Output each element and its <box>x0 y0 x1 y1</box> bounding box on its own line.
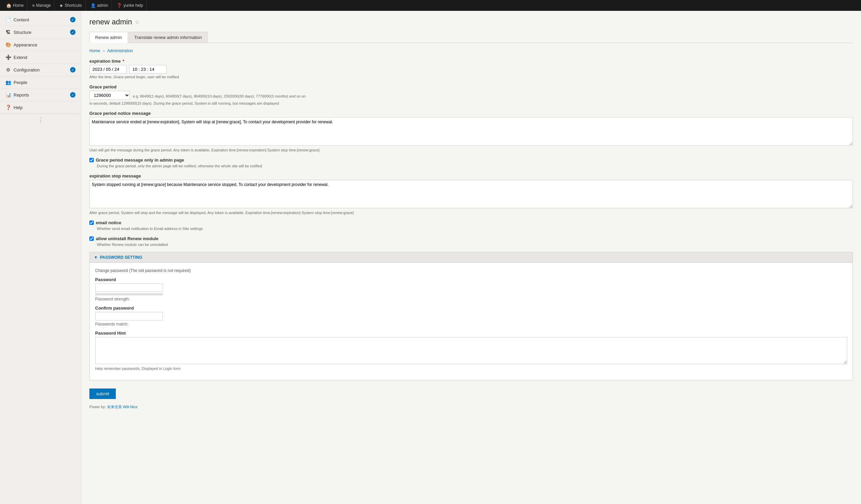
content-badge: ✓ <box>70 17 76 22</box>
expiration-stop-textarea[interactable]: System stopped running at [renew:grace] … <box>90 180 853 208</box>
password-strength-bar <box>95 293 163 295</box>
expiration-date-input[interactable] <box>90 65 127 73</box>
confirm-password-input[interactable] <box>95 312 163 321</box>
footer-link-1[interactable]: 未来佳美 <box>107 405 122 409</box>
allow-uninstall-label[interactable]: allow uninstall Renew module <box>96 236 159 241</box>
password-hint-label: Password Hint <box>95 330 847 336</box>
nav-home[interactable]: 🏠 Home <box>3 0 27 11</box>
nav-admin[interactable]: 👤 admin <box>87 0 112 11</box>
grace-period-desc: in seconds, default 1296000(15 days). Du… <box>90 101 853 105</box>
date-time-row <box>90 65 853 73</box>
page-title: renew admin <box>90 18 132 26</box>
nav-manage[interactable]: ≡ Manage <box>29 0 55 11</box>
grace-period-section: Grace period 1296000 86400 604800 864000… <box>90 84 853 105</box>
password-section-triangle-icon: ▼ <box>94 255 98 260</box>
sidebar-item-reports[interactable]: 📊 Reports ✓ <box>0 89 81 101</box>
email-notice-checkbox[interactable] <box>90 220 94 225</box>
grace-notice-label: Grace period notice message <box>90 111 853 116</box>
expiration-time-input[interactable] <box>129 65 167 73</box>
grace-notice-textarea[interactable]: Maintenance service ended at [renew:expi… <box>90 117 853 146</box>
email-notice-desc: Whether send email notification to Email… <box>97 227 853 231</box>
sidebar-label-appearance: Appearance <box>14 42 37 47</box>
password-input[interactable] <box>95 284 163 292</box>
grace-admin-only-label[interactable]: Grace period message only in admin page <box>96 158 184 163</box>
password-hint-desc: Help remember passwords, Displayed in Lo… <box>95 367 847 370</box>
structure-icon: 🏗 <box>5 29 11 35</box>
email-notice-label[interactable]: email notice <box>96 220 121 225</box>
expiration-stop-label: expiration stop message <box>90 174 853 178</box>
nav-home-label: Home <box>13 3 24 8</box>
expiration-time-desc: After the time, Grace period begin, user… <box>90 75 853 79</box>
expiration-required-marker: * <box>123 58 124 64</box>
nav-shortcuts[interactable]: ★ Shortcuts <box>56 0 86 11</box>
allow-uninstall-section: allow uninstall Renew module Whether Ren… <box>90 236 853 247</box>
sidebar-item-extend[interactable]: ➕ Extend <box>0 51 81 64</box>
sidebar-item-appearance[interactable]: 🎨 Appearance <box>0 39 81 51</box>
sidebar-label-help: Help <box>14 105 23 110</box>
footer-text: Power by: <box>90 405 106 409</box>
sidebar-item-content[interactable]: 📄 Content ✓ <box>0 14 81 26</box>
password-field-group: Password Password strength: <box>95 277 847 301</box>
appearance-icon: 🎨 <box>5 42 11 47</box>
nav-help[interactable]: ❓ yunke help <box>113 0 147 11</box>
confirm-password-field-group: Confirm password Passwords match: <box>95 305 847 327</box>
grace-notice-section: Grace period notice message Maintenance … <box>90 111 853 152</box>
sidebar-label-reports: Reports <box>14 93 29 97</box>
sidebar-label-extend: Extend <box>14 55 27 60</box>
email-notice-row: email notice <box>90 220 853 225</box>
configuration-icon: ⚙ <box>5 67 11 72</box>
nav-manage-label: Manage <box>36 3 51 8</box>
sidebar-label-configuration: Configuration <box>14 67 40 72</box>
footer: Power by: 未来佳美 Will-Nice <box>90 405 853 409</box>
tab-translate-renew[interactable]: Translate renew admin information <box>129 32 208 43</box>
tab-renew-admin[interactable]: Renew admin <box>90 32 128 43</box>
grace-notice-desc: User will get the message during the gra… <box>90 148 853 152</box>
extend-icon: ➕ <box>5 55 11 60</box>
nav-help-label: yunke help <box>123 3 143 8</box>
confirm-password-label: Confirm password <box>95 305 847 311</box>
sidebar-label-structure: Structure <box>14 30 31 35</box>
footer-link-2[interactable]: Will-Nice <box>123 405 137 409</box>
allow-uninstall-desc: Whether Renew module can be uninstalled <box>97 243 853 247</box>
breadcrumb: Home » Administration <box>90 49 853 53</box>
tab-bar: Renew admin Translate renew admin inform… <box>90 32 853 43</box>
sidebar-toggle[interactable]: ⋮ <box>0 114 81 126</box>
sidebar-item-configuration[interactable]: ⚙ Configuration ✓ <box>0 64 81 76</box>
grace-admin-only-section: Grace period message only in admin page … <box>90 158 853 168</box>
sidebar: 📄 Content ✓ 🏗 Structure ✓ 🎨 Appearance ➕… <box>0 11 81 504</box>
grace-admin-only-row: Grace period message only in admin page <box>90 158 853 163</box>
people-icon: 👥 <box>5 80 11 85</box>
sidebar-item-structure[interactable]: 🏗 Structure ✓ <box>0 26 81 39</box>
grace-period-row: 1296000 86400 604800 864000 2592000 7776… <box>90 91 853 100</box>
admin-icon: 👤 <box>91 3 96 8</box>
breadcrumb-administration[interactable]: Administration <box>107 49 133 53</box>
grace-admin-only-checkbox[interactable] <box>90 158 94 162</box>
content-icon: 📄 <box>5 17 11 22</box>
shortcuts-icon: ★ <box>59 3 63 8</box>
password-section: ▼ PASSWORD SETTING Change password (The … <box>90 252 853 380</box>
sidebar-item-people[interactable]: 👥 People <box>0 76 81 89</box>
password-hint-textarea[interactable] <box>95 337 847 364</box>
sidebar-label-content: Content <box>14 17 29 22</box>
grace-period-label: Grace period <box>90 84 853 90</box>
allow-uninstall-checkbox[interactable] <box>90 236 94 241</box>
topbar: 🏠 Home ≡ Manage ★ Shortcuts 👤 admin ❓ yu… <box>0 0 861 11</box>
password-strength-label: Password strength: <box>95 297 847 301</box>
help-sidebar-icon: ❓ <box>5 105 11 110</box>
sidebar-item-help[interactable]: ❓ Help <box>0 101 81 114</box>
password-section-body: Change password (The old password is not… <box>90 263 852 380</box>
password-hint-field-group: Password Hint Help remember passwords, D… <box>95 330 847 370</box>
main-content: renew admin ☆ Renew admin Translate rene… <box>81 11 861 504</box>
grace-period-hint: e.g: 86400(1 days), 604800(7 days), 8640… <box>133 94 306 98</box>
manage-icon: ≡ <box>32 3 35 8</box>
submit-button[interactable]: submit <box>90 389 116 399</box>
home-icon: 🏠 <box>6 3 12 8</box>
grace-period-select[interactable]: 1296000 86400 604800 864000 2592000 7776… <box>90 91 130 100</box>
password-label: Password <box>95 277 847 282</box>
expiration-time-label: expiration time * <box>90 58 853 64</box>
password-section-header: ▼ PASSWORD SETTING <box>90 252 852 263</box>
breadcrumb-home[interactable]: Home <box>90 49 100 53</box>
favorite-star-icon[interactable]: ☆ <box>135 19 139 25</box>
password-section-title: PASSWORD SETTING <box>100 255 142 260</box>
passwords-match-label: Passwords match: <box>95 322 847 327</box>
